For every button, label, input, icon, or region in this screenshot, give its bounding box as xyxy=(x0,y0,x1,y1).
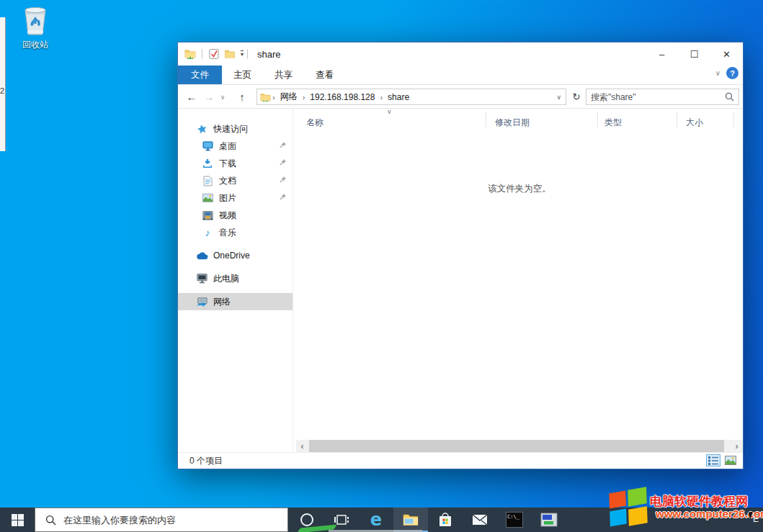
breadcrumb-separator: › xyxy=(378,93,384,102)
sidebar-item-quick-access[interactable]: 快速访问 xyxy=(178,120,293,137)
recycle-bin-label: 回收站 xyxy=(10,39,61,51)
search-input[interactable] xyxy=(586,92,725,102)
sidebar-item-label: 快速访问 xyxy=(213,123,248,135)
ribbon-collapse-icon[interactable]: ∨ xyxy=(715,69,720,77)
sidebar-item-documents[interactable]: 文档 xyxy=(178,172,293,189)
search-box[interactable] xyxy=(586,89,739,105)
taskbar-search-input[interactable] xyxy=(63,515,287,526)
taskbar-search-box[interactable] xyxy=(35,508,288,532)
search-icon xyxy=(45,515,56,526)
help-button[interactable]: ? xyxy=(726,67,739,79)
details-view-button[interactable] xyxy=(706,454,720,466)
tab-home[interactable]: 主页 xyxy=(222,66,263,84)
address-dropdown-icon[interactable]: ∨ xyxy=(556,94,563,101)
start-button[interactable] xyxy=(0,508,35,532)
window-title: share xyxy=(257,49,281,60)
site-watermark: 电脑软硬件教程网 www.computer26.com xyxy=(608,489,763,529)
qat-properties-button[interactable] xyxy=(206,46,222,62)
column-divider[interactable] xyxy=(597,112,598,127)
up-button[interactable]: ↑ xyxy=(234,85,250,109)
navigation-bar: ← → ∨ ↑ › 网络 › 192.168.198.128 › share ∨… xyxy=(178,85,743,109)
forward-button[interactable]: → xyxy=(201,85,217,109)
breadcrumb-share[interactable]: share xyxy=(384,92,413,102)
sidebar-item-downloads[interactable]: 下载 xyxy=(178,155,293,172)
horizontal-scrollbar[interactable]: ‹ › xyxy=(296,440,743,452)
shared-folder-window-icon xyxy=(182,46,198,62)
scroll-left-arrow[interactable]: ‹ xyxy=(296,440,308,452)
window-body: 快速访问 桌面 下载 xyxy=(178,109,743,452)
ribbon-tab-bar: 文件 主页 共享 查看 xyxy=(178,66,743,85)
fragment-text: 2 xyxy=(0,86,4,95)
thumbnail-view-button[interactable] xyxy=(723,454,738,466)
sidebar-item-label: 视频 xyxy=(219,209,236,222)
desktop: 2 回收站 xyxy=(0,0,763,532)
tab-file[interactable]: 文件 xyxy=(178,66,222,84)
column-size[interactable]: 大小 xyxy=(686,117,703,129)
column-header-row: ∨ 名称 修改日期 类型 大小 xyxy=(296,110,743,129)
sidebar-item-network[interactable]: 网络 xyxy=(178,293,293,310)
recycle-bin-shortcut[interactable]: 回收站 xyxy=(10,4,61,51)
address-bar[interactable]: › 网络 › 192.168.198.128 › share ∨ xyxy=(256,89,566,105)
quick-access-star-icon xyxy=(195,124,208,135)
sort-indicator-icon[interactable]: ∨ xyxy=(387,108,392,115)
sidebar-item-label: 音乐 xyxy=(219,227,236,239)
edge-icon: e xyxy=(370,511,382,528)
sidebar-item-label: 此电脑 xyxy=(213,273,239,285)
back-button[interactable]: ← xyxy=(184,85,200,109)
sidebar-item-onedrive[interactable]: OneDrive xyxy=(178,247,293,264)
command-prompt-button[interactable]: C:\_ xyxy=(497,508,532,532)
tab-view[interactable]: 查看 xyxy=(304,66,345,84)
sidebar-item-label: 文档 xyxy=(219,175,236,187)
navigation-pane: 快速访问 桌面 下载 xyxy=(178,109,293,452)
column-name[interactable]: 名称 xyxy=(306,117,324,129)
utility-app-button[interactable] xyxy=(532,508,566,532)
sidebar-item-label: OneDrive xyxy=(213,251,250,261)
file-explorer-button[interactable] xyxy=(393,508,428,532)
sidebar-item-this-pc[interactable]: 此电脑 xyxy=(178,270,293,287)
breadcrumb-host[interactable]: 192.168.198.128 xyxy=(306,92,378,102)
close-button[interactable]: ✕ xyxy=(710,42,743,66)
column-divider[interactable] xyxy=(486,112,486,127)
edge-button[interactable]: e xyxy=(359,508,393,532)
mail-button[interactable] xyxy=(463,508,497,532)
tab-share[interactable]: 共享 xyxy=(263,66,304,84)
divider xyxy=(247,49,248,59)
this-pc-icon xyxy=(195,274,208,284)
title-bar[interactable]: ▾ share – ☐ ✕ xyxy=(178,42,743,66)
maximize-button[interactable]: ☐ xyxy=(678,42,710,66)
mail-icon xyxy=(472,514,488,526)
sidebar-item-desktop[interactable]: 桌面 xyxy=(178,137,293,155)
column-divider[interactable] xyxy=(733,112,734,127)
column-modified[interactable]: 修改日期 xyxy=(495,117,530,129)
pin-icon xyxy=(279,141,287,149)
watermark-site-url: www.computer26.com xyxy=(656,508,763,520)
empty-folder-message: 该文件夹为空。 xyxy=(296,183,743,195)
breadcrumb-network[interactable]: 网络 xyxy=(277,91,301,103)
recent-locations-dropdown[interactable]: ∨ xyxy=(218,85,228,109)
pane-divider[interactable] xyxy=(293,109,293,452)
pin-icon xyxy=(279,176,287,184)
scroll-right-arrow[interactable]: › xyxy=(731,440,743,452)
qat-customize-dropdown[interactable]: ▾ xyxy=(241,50,244,58)
refresh-button[interactable]: ↻ xyxy=(570,89,583,105)
windows-logo-icon xyxy=(12,514,24,526)
music-note-icon: ♪ xyxy=(201,227,214,238)
qat-new-folder-button[interactable] xyxy=(222,46,238,62)
sidebar-item-label: 图片 xyxy=(219,192,236,204)
pin-icon xyxy=(279,158,287,166)
scrollbar-thumb[interactable] xyxy=(309,440,724,452)
store-button[interactable] xyxy=(428,508,463,532)
videos-icon xyxy=(201,211,214,220)
command-prompt-icon: C:\_ xyxy=(506,512,523,528)
column-type[interactable]: 类型 xyxy=(604,117,622,129)
sidebar-item-label: 网络 xyxy=(213,296,231,308)
sidebar-item-videos[interactable]: 视频 xyxy=(178,207,293,224)
document-icon xyxy=(201,176,214,186)
column-divider[interactable] xyxy=(677,112,677,127)
sidebar-item-music[interactable]: ♪ 音乐 xyxy=(178,224,293,241)
recycle-bin-icon xyxy=(19,4,51,37)
breadcrumb-separator: › xyxy=(271,93,277,102)
sidebar-item-pictures[interactable]: 图片 xyxy=(178,189,293,207)
minimize-button[interactable]: – xyxy=(646,42,678,66)
store-icon xyxy=(438,513,452,528)
